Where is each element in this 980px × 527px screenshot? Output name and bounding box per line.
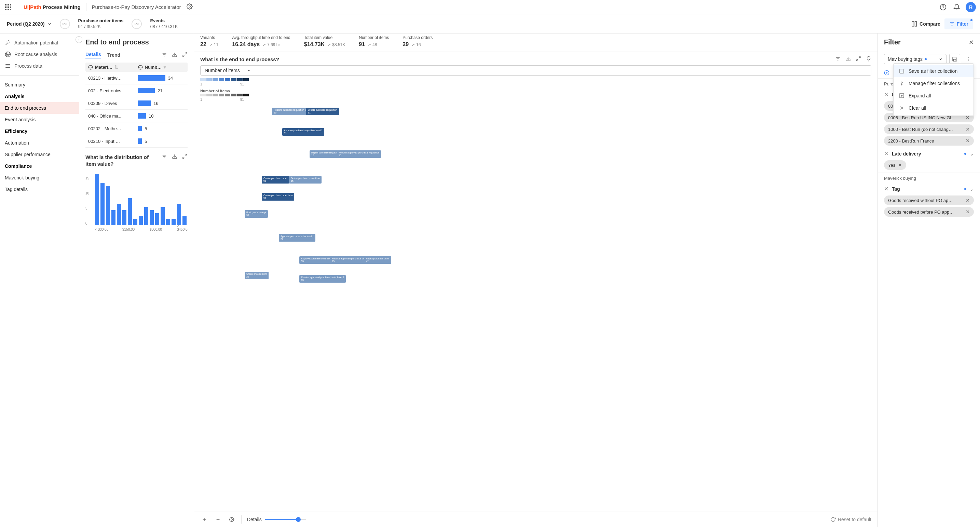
compare-button[interactable]: Compare <box>911 21 940 27</box>
remove-chip-icon[interactable]: ✕ <box>898 162 902 168</box>
process-node[interactable]: Delete purchase requisition15 <box>289 176 321 183</box>
expand-icon[interactable] <box>182 154 188 160</box>
collapse-sidebar-icon[interactable]: ‹ <box>75 36 82 43</box>
chart-bar[interactable] <box>166 219 170 225</box>
menu-manage-collections[interactable]: Manage filter collections <box>894 77 974 89</box>
reset-button[interactable]: Reset to default <box>830 517 871 522</box>
table-row[interactable]: 00209 - Drives16 <box>86 97 188 110</box>
chart-bar[interactable] <box>106 186 110 225</box>
chart-bar[interactable] <box>123 210 126 225</box>
plus-circle-icon <box>884 70 889 75</box>
filter-menu: Save as filter collection Manage filter … <box>893 63 974 116</box>
settings-icon[interactable] <box>186 3 193 11</box>
remove-chip-icon[interactable]: ✕ <box>966 138 970 143</box>
process-node[interactable]: Reject purchase order42 <box>364 256 391 263</box>
download-icon[interactable] <box>172 154 177 160</box>
process-node[interactable]: Create purchase order item91 <box>262 193 294 200</box>
expand-icon[interactable] <box>182 52 188 59</box>
period-selector[interactable]: Period (Q2 2020) <box>7 21 52 27</box>
remove-chip-icon[interactable]: ✕ <box>966 209 970 215</box>
chart-bar[interactable] <box>133 219 137 225</box>
column-material[interactable]: Materi… ⇅ <box>88 65 135 70</box>
chart-bar[interactable] <box>155 213 159 225</box>
remove-group-icon[interactable]: ✕ <box>884 91 888 98</box>
nav-maverick-buying[interactable]: Maverick buying <box>0 172 79 183</box>
chart-bar[interactable] <box>139 217 143 225</box>
apps-icon[interactable] <box>4 3 12 11</box>
nav-event-analysis[interactable]: Event analysis <box>0 114 79 126</box>
target-icon <box>5 51 11 57</box>
process-node[interactable]: Approve purchase requisition level 191 <box>282 128 324 135</box>
chart-bar[interactable] <box>161 207 165 225</box>
column-number[interactable]: Numb… ▾ <box>138 65 185 70</box>
chevron-down-icon[interactable]: ⌄ <box>970 186 974 192</box>
chart-bar[interactable] <box>95 174 99 225</box>
process-node[interactable]: Revoke approved purchase order level 215 <box>299 275 346 282</box>
filter-icon[interactable] <box>162 52 167 59</box>
table-row[interactable]: 002 - Electronics21 <box>86 84 188 97</box>
color-scale-blue <box>200 78 871 81</box>
zoom-in-icon[interactable]: + <box>200 515 208 524</box>
download-icon[interactable] <box>845 56 851 62</box>
chart-bar[interactable] <box>128 198 132 225</box>
nav-automation[interactable]: Automation <box>0 137 79 149</box>
filter-chip[interactable]: 1000 - Best Run (do not chang…✕ <box>884 124 974 134</box>
process-node[interactable]: Create invoice item21 <box>245 272 269 279</box>
metric-dropdown[interactable]: Number of items <box>200 65 871 75</box>
process-node[interactable]: Revoke approved purchase requisition15 <box>337 150 381 158</box>
menu-save-collection[interactable]: Save as filter collection <box>894 65 974 77</box>
filter-chip[interactable]: Goods received without PO ap…✕ <box>884 196 974 205</box>
menu-clear-all[interactable]: Clear all <box>894 102 974 114</box>
process-node[interactable]: Approve purchase order level 124 <box>279 234 315 241</box>
process-graph[interactable]: Restore purchase requisition level 115Cr… <box>200 104 871 512</box>
filter-icon[interactable] <box>835 56 841 62</box>
table-row[interactable]: 040 - Office ma…10 <box>86 110 188 123</box>
nav-tag-details[interactable]: Tag details <box>0 183 79 195</box>
sidebar-automation-potential[interactable]: Automation potential <box>3 38 75 48</box>
process-node[interactable]: Create purchase requisition91 <box>306 108 339 115</box>
menu-expand-all[interactable]: Expand all <box>894 89 974 102</box>
process-node[interactable]: Post goods receipt91 <box>245 210 268 217</box>
remove-group-icon[interactable]: ✕ <box>884 150 888 157</box>
process-node[interactable]: Create purchase order91 <box>262 176 289 183</box>
nav-end-to-end-process[interactable]: End to end process <box>0 102 79 114</box>
filter-icon[interactable] <box>162 154 167 160</box>
avatar[interactable]: R <box>966 2 976 12</box>
chart-bar[interactable] <box>100 183 105 225</box>
nav-summary[interactable]: Summary <box>0 79 79 91</box>
expand-icon[interactable] <box>856 56 861 62</box>
chart-bar[interactable] <box>144 207 148 225</box>
help-icon[interactable] <box>938 2 948 12</box>
tab-details[interactable]: Details <box>86 52 101 59</box>
filter-chip[interactable]: 2200 - BestRun France✕ <box>884 136 974 146</box>
tab-trend[interactable]: Trend <box>107 52 120 58</box>
chart-bar[interactable] <box>150 210 154 225</box>
table-row[interactable]: 00213 - Hardw…34 <box>86 72 188 84</box>
chart-bar[interactable] <box>111 210 116 225</box>
detail-slider[interactable]: Details <box>247 517 306 522</box>
remove-chip-icon[interactable]: ✕ <box>966 126 970 132</box>
chevron-down-icon[interactable]: ⌄ <box>970 151 974 156</box>
nav-supplier-performance[interactable]: Supplier performance <box>0 149 79 160</box>
table-row[interactable]: 00210 - Input …5 <box>86 135 188 148</box>
svg-point-9 <box>189 6 190 8</box>
filter-chip[interactable]: Goods received before PO app…✕ <box>884 207 974 217</box>
sidebar-root-cause[interactable]: Root cause analysis <box>3 49 75 59</box>
bulb-icon[interactable] <box>866 56 871 62</box>
sidebar-process-data[interactable]: Process data <box>3 61 75 71</box>
remove-chip-icon[interactable]: ✕ <box>966 197 970 203</box>
bell-icon[interactable] <box>952 2 961 12</box>
download-icon[interactable] <box>172 52 177 59</box>
zoom-out-icon[interactable]: − <box>214 515 222 524</box>
table-row[interactable]: 00202 - Mothe…5 <box>86 123 188 135</box>
chart-bar[interactable] <box>172 219 176 225</box>
remove-group-icon[interactable]: ✕ <box>884 186 888 192</box>
filter-chip[interactable]: Yes✕ <box>884 160 906 170</box>
chart-bar[interactable] <box>117 204 121 225</box>
close-icon[interactable]: ✕ <box>969 38 974 46</box>
filter-button[interactable]: Filter <box>945 19 973 29</box>
filter-collection-select[interactable]: Mav buying tags <box>884 54 947 64</box>
nav-analysis: Analysis <box>0 91 79 102</box>
chart-bar[interactable] <box>177 204 181 225</box>
center-icon[interactable] <box>228 515 236 524</box>
